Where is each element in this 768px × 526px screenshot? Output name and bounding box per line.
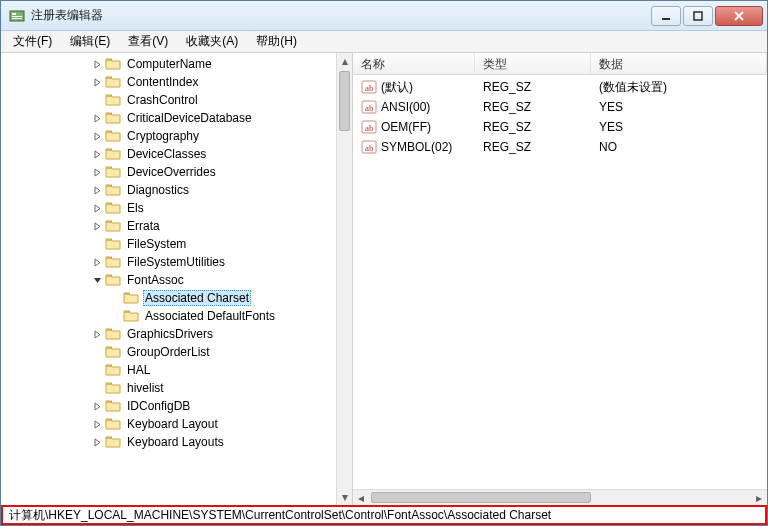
list-header: 名称 类型 数据	[353, 53, 767, 75]
folder-icon	[105, 255, 121, 269]
chevron-right-icon[interactable]	[91, 202, 103, 214]
chevron-right-icon[interactable]	[91, 256, 103, 268]
value-name: OEM(FF)	[381, 120, 431, 134]
list-row[interactable]: abANSI(00)REG_SZYES	[353, 97, 767, 117]
tree-item[interactable]: Keyboard Layouts	[1, 433, 336, 451]
folder-icon	[105, 129, 121, 143]
folder-icon	[105, 57, 121, 71]
list-pane: 名称 类型 数据 ab(默认)REG_SZ(数值未设置)abANSI(00)RE…	[353, 53, 767, 505]
tree-item-label: Associated DefaultFonts	[143, 309, 277, 323]
tree-item[interactable]: Els	[1, 199, 336, 217]
tree-item-label: FileSystem	[125, 237, 188, 251]
folder-icon	[105, 417, 121, 431]
tree-item[interactable]: DeviceClasses	[1, 145, 336, 163]
scroll-up-arrow-icon[interactable]: ▴	[337, 53, 352, 69]
scroll-thumb[interactable]	[339, 71, 350, 131]
tree-item-label: CrashControl	[125, 93, 200, 107]
folder-icon	[105, 327, 121, 341]
tree-item-label: Errata	[125, 219, 162, 233]
menu-help[interactable]: 帮助(H)	[248, 31, 305, 52]
list-row[interactable]: abSYMBOL(02)REG_SZNO	[353, 137, 767, 157]
tree-item-label: Keyboard Layout	[125, 417, 220, 431]
scroll-thumb[interactable]	[371, 492, 591, 503]
expander-placeholder	[109, 310, 121, 322]
scroll-down-arrow-icon[interactable]: ▾	[337, 489, 352, 505]
tree-item[interactable]: Associated Charset	[1, 289, 336, 307]
chevron-down-icon[interactable]	[91, 274, 103, 286]
chevron-right-icon[interactable]	[91, 220, 103, 232]
list-row[interactable]: abOEM(FF)REG_SZYES	[353, 117, 767, 137]
window-title: 注册表编辑器	[31, 7, 651, 24]
column-header-name[interactable]: 名称	[353, 53, 475, 74]
value-data: NO	[591, 140, 767, 154]
value-name: (默认)	[381, 79, 413, 96]
column-header-data[interactable]: 数据	[591, 53, 767, 74]
maximize-button[interactable]	[683, 6, 713, 26]
chevron-right-icon[interactable]	[91, 184, 103, 196]
tree-item[interactable]: CriticalDeviceDatabase	[1, 109, 336, 127]
chevron-right-icon[interactable]	[91, 166, 103, 178]
chevron-right-icon[interactable]	[91, 400, 103, 412]
tree-item[interactable]: CrashControl	[1, 91, 336, 109]
minimize-button[interactable]	[651, 6, 681, 26]
folder-icon	[123, 309, 139, 323]
tree-item-label: GroupOrderList	[125, 345, 212, 359]
tree-item[interactable]: Keyboard Layout	[1, 415, 336, 433]
chevron-right-icon[interactable]	[91, 130, 103, 142]
string-value-icon: ab	[361, 99, 377, 115]
chevron-right-icon[interactable]	[91, 436, 103, 448]
folder-icon	[105, 111, 121, 125]
tree-item[interactable]: Associated DefaultFonts	[1, 307, 336, 325]
close-button[interactable]	[715, 6, 763, 26]
tree-item[interactable]: ContentIndex	[1, 73, 336, 91]
svg-rect-2	[12, 16, 22, 17]
tree-item[interactable]: hivelist	[1, 379, 336, 397]
tree-item[interactable]: FileSystemUtilities	[1, 253, 336, 271]
tree-item-label: FileSystemUtilities	[125, 255, 227, 269]
expander-placeholder	[91, 364, 103, 376]
menu-favorites[interactable]: 收藏夹(A)	[178, 31, 246, 52]
chevron-right-icon[interactable]	[91, 418, 103, 430]
tree-item[interactable]: FontAssoc	[1, 271, 336, 289]
chevron-right-icon[interactable]	[91, 328, 103, 340]
string-value-icon: ab	[361, 79, 377, 95]
folder-icon	[105, 363, 121, 377]
chevron-right-icon[interactable]	[91, 76, 103, 88]
folder-icon	[105, 93, 121, 107]
expander-placeholder	[91, 346, 103, 358]
menu-view[interactable]: 查看(V)	[120, 31, 176, 52]
string-value-icon: ab	[361, 139, 377, 155]
scroll-right-arrow-icon[interactable]: ▸	[751, 490, 767, 505]
list-row[interactable]: ab(默认)REG_SZ(数值未设置)	[353, 77, 767, 97]
tree-item[interactable]: Cryptography	[1, 127, 336, 145]
chevron-right-icon[interactable]	[91, 58, 103, 70]
tree-scroll: ComputerNameContentIndexCrashControlCrit…	[1, 53, 336, 505]
tree-item[interactable]: ComputerName	[1, 55, 336, 73]
body: ComputerNameContentIndexCrashControlCrit…	[1, 53, 767, 505]
value-type: REG_SZ	[475, 80, 591, 94]
tree-item[interactable]: HAL	[1, 361, 336, 379]
tree-item[interactable]: DeviceOverrides	[1, 163, 336, 181]
tree-item-label: DeviceClasses	[125, 147, 208, 161]
tree-vertical-scrollbar[interactable]: ▴ ▾	[336, 53, 352, 505]
string-value-icon: ab	[361, 119, 377, 135]
tree-item[interactable]: GroupOrderList	[1, 343, 336, 361]
svg-text:ab: ab	[365, 83, 374, 93]
scroll-left-arrow-icon[interactable]: ◂	[353, 490, 369, 505]
tree-item[interactable]: Errata	[1, 217, 336, 235]
value-data: YES	[591, 120, 767, 134]
tree-item-label: hivelist	[125, 381, 166, 395]
tree[interactable]: ComputerNameContentIndexCrashControlCrit…	[1, 53, 336, 453]
expander-placeholder	[109, 292, 121, 304]
menu-edit[interactable]: 编辑(E)	[62, 31, 118, 52]
list-horizontal-scrollbar[interactable]: ◂ ▸	[353, 489, 767, 505]
chevron-right-icon[interactable]	[91, 112, 103, 124]
menu-file[interactable]: 文件(F)	[5, 31, 60, 52]
tree-item[interactable]: GraphicsDrivers	[1, 325, 336, 343]
column-header-type[interactable]: 类型	[475, 53, 591, 74]
tree-item[interactable]: IDConfigDB	[1, 397, 336, 415]
chevron-right-icon[interactable]	[91, 148, 103, 160]
tree-item[interactable]: FileSystem	[1, 235, 336, 253]
folder-icon	[105, 147, 121, 161]
tree-item[interactable]: Diagnostics	[1, 181, 336, 199]
